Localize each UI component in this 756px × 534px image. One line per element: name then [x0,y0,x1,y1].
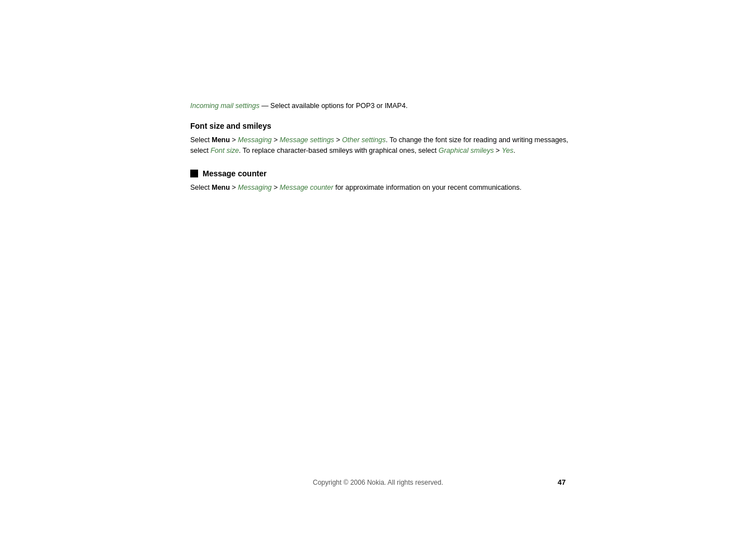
font-section-body: Select Menu > Messaging > Message settin… [190,135,571,157]
font-para-link1: Messaging [238,136,271,144]
incoming-mail-settings-link: Incoming mail settings [190,102,260,110]
mc-para-link1: Messaging [238,184,271,191]
message-counter-title-text: Message counter [203,169,266,178]
page-number: 47 [558,478,566,486]
copyright-text: Copyright © 2006 Nokia. All rights reser… [313,479,443,486]
mc-para-part2: for approximate information on your rece… [334,184,522,191]
font-para-arrow2: > [272,136,280,144]
message-counter-body: Select Menu > Messaging > Message counte… [190,182,571,193]
font-para-part1: Select [190,136,212,144]
font-para-link4: Font size [210,147,239,154]
font-para-menu1: Menu [212,136,230,144]
font-para-link5: Graphical smileys [439,147,494,154]
mc-para-arrow2: > [272,184,280,191]
mc-para-link2: Message counter [280,184,334,191]
message-counter-section-title: Message counter [190,169,571,178]
intro-line: Incoming mail settings — Select availabl… [190,101,571,111]
mc-para-menu1: Menu [212,184,230,191]
intro-rest-text: — Select available options for POP3 or I… [260,102,408,110]
font-para-link3: Other settings [342,136,386,144]
font-para-link6: Yes [502,147,514,154]
mc-para-part1: Select [190,184,212,191]
mc-para-arrow1: > [230,184,238,191]
font-para-link2: Message settings [280,136,334,144]
font-section-title: Font size and smileys [190,121,571,130]
font-para-arrow3: > [334,136,342,144]
black-square-icon [190,170,198,177]
page-content: Incoming mail settings — Select availabl… [190,101,571,202]
footer: Copyright © 2006 Nokia. All rights reser… [0,479,756,486]
font-para-part4: . [514,147,515,154]
font-para-arrow1: > [230,136,238,144]
font-para-part3: . To replace character-based smileys wit… [239,147,439,154]
font-para-arrow4: > [494,147,501,154]
